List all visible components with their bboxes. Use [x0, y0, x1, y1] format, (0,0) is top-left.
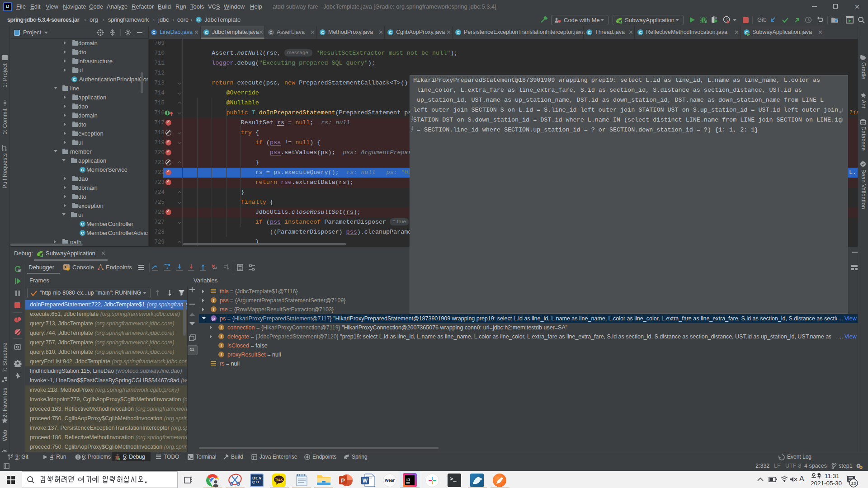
svg-text:TALK: TALK	[275, 478, 283, 481]
svg-text:P: P	[341, 477, 345, 484]
svg-text:23: 23	[851, 481, 856, 486]
svg-text:W: W	[363, 478, 368, 484]
svg-text:IJ: IJ	[406, 478, 410, 482]
